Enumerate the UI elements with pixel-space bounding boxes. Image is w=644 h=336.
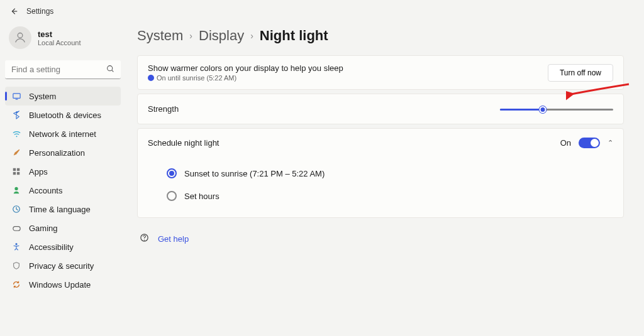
nav-personalization[interactable]: Personalization	[5, 143, 121, 162]
shield-icon	[11, 261, 21, 271]
nightlight-desc: Show warmer colors on your display to he…	[148, 63, 343, 73]
strength-label: Strength	[148, 104, 179, 114]
nav-apps[interactable]: Apps	[5, 162, 121, 181]
radio-label: Set hours	[184, 192, 219, 201]
nav-label: Gaming	[29, 224, 58, 233]
schedule-state: On	[560, 138, 571, 148]
schedule-toggle[interactable]	[579, 138, 600, 148]
svg-rect-4	[13, 168, 16, 171]
radio-icon	[167, 191, 177, 201]
radio-icon	[167, 168, 177, 178]
svg-point-0	[18, 33, 23, 38]
nav-privacy[interactable]: Privacy & security	[5, 256, 121, 275]
app-title: Settings	[26, 7, 53, 16]
chevron-up-icon[interactable]: ⌃	[608, 139, 613, 147]
nav-timelang[interactable]: Time & language	[5, 200, 121, 219]
nav-label: Apps	[29, 167, 48, 176]
svg-rect-5	[17, 168, 19, 171]
brush-icon	[11, 148, 21, 158]
turn-off-button[interactable]: Turn off now	[548, 64, 613, 82]
svg-point-11	[15, 243, 17, 245]
radio-sunset-sunrise[interactable]: Sunset to sunrise (7:21 PM – 5:22 AM)	[163, 162, 598, 185]
svg-rect-6	[13, 172, 16, 175]
radio-label: Sunset to sunrise (7:21 PM – 5:22 AM)	[184, 169, 325, 178]
back-button[interactable]	[9, 6, 19, 16]
avatar	[9, 26, 31, 49]
slider-thumb[interactable]	[540, 106, 547, 113]
chevron-right-icon: ›	[189, 31, 192, 41]
nav-gaming[interactable]: Gaming	[5, 219, 121, 237]
nav-label: Windows Update	[29, 280, 91, 290]
nav-label: Network & internet	[29, 129, 96, 139]
nav-system[interactable]: System	[5, 87, 121, 106]
nav-label: Bluetooth & devices	[29, 111, 101, 120]
crumb-system[interactable]: System	[137, 28, 183, 44]
status-dot-icon	[148, 75, 154, 81]
svg-point-3	[16, 136, 17, 137]
svg-point-1	[108, 66, 113, 71]
nav-bluetooth[interactable]: Bluetooth & devices	[5, 106, 121, 124]
get-help-link[interactable]: Get help	[158, 234, 189, 244]
search-icon	[106, 65, 114, 75]
search-input[interactable]	[5, 60, 121, 79]
system-icon	[11, 91, 21, 101]
account-name: test	[38, 30, 81, 39]
svg-point-13	[144, 240, 145, 241]
clock-globe-icon	[11, 204, 21, 214]
bluetooth-icon	[11, 110, 21, 120]
nav-label: Time & language	[29, 205, 91, 214]
nightlight-status: On until sunrise (5:22 AM)	[148, 74, 343, 82]
account-block[interactable]: test Local Account	[5, 23, 121, 58]
svg-point-8	[14, 187, 18, 190]
svg-rect-2	[13, 93, 19, 98]
nav-update[interactable]: Windows Update	[5, 275, 121, 294]
update-icon	[11, 279, 21, 290]
help-icon	[140, 233, 149, 244]
radio-set-hours[interactable]: Set hours	[163, 185, 598, 207]
person-icon	[11, 185, 21, 195]
nav-network[interactable]: Network & internet	[5, 124, 121, 143]
nav-label: Accessibility	[29, 242, 74, 252]
nav-accounts[interactable]: Accounts	[5, 181, 121, 200]
main-content: System › Display › Night light Show warm…	[126, 23, 644, 294]
wifi-icon	[11, 129, 21, 139]
gaming-icon	[11, 223, 21, 233]
help-row: Get help	[137, 222, 624, 256]
schedule-label: Schedule night light	[148, 138, 219, 148]
strength-slider[interactable]	[500, 106, 613, 113]
breadcrumb: System › Display › Night light	[137, 28, 624, 44]
nav-label: System	[29, 92, 56, 101]
nav-label: Privacy & security	[29, 261, 94, 271]
svg-rect-7	[17, 172, 19, 175]
account-subtitle: Local Account	[38, 39, 81, 46]
nav-accessibility[interactable]: Accessibility	[5, 237, 121, 256]
nav-label: Personalization	[29, 148, 85, 158]
accessibility-icon	[11, 242, 21, 252]
chevron-right-icon: ›	[250, 31, 253, 41]
crumb-current: Night light	[260, 28, 328, 44]
apps-icon	[11, 166, 21, 176]
svg-rect-10	[13, 226, 19, 230]
sidebar: test Local Account System Bluetooth & de…	[0, 23, 126, 294]
nav-label: Accounts	[29, 186, 62, 195]
crumb-display[interactable]: Display	[199, 28, 244, 44]
